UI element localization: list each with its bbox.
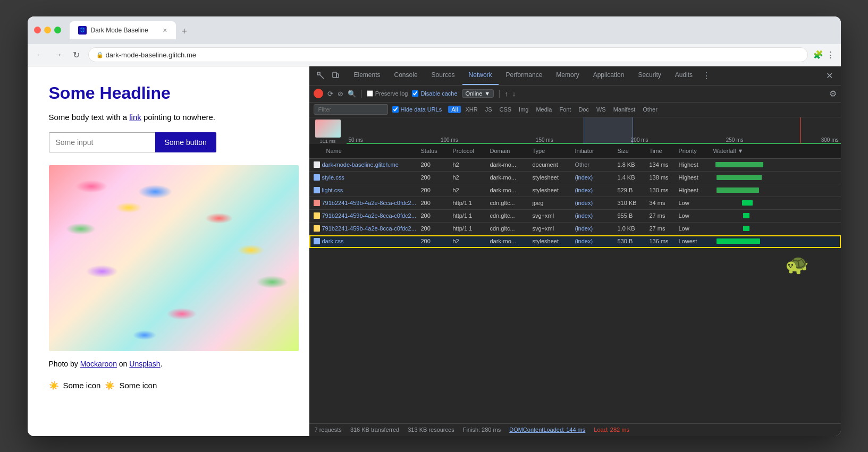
upload-icon[interactable]: ↑ xyxy=(504,90,508,98)
row-icon-7 xyxy=(314,238,320,244)
filter-all[interactable]: All xyxy=(448,106,461,113)
status-load: Load: 282 ms xyxy=(594,427,629,433)
settings-button[interactable]: ⚙ xyxy=(829,89,837,99)
photo-credit-mid: on xyxy=(117,360,129,368)
status-transferred: 316 KB transferred xyxy=(350,427,399,433)
toolbar-separator-2: | xyxy=(498,89,500,98)
tab-network[interactable]: Network xyxy=(462,66,499,86)
filter-media[interactable]: Media xyxy=(533,106,555,113)
row-initiator-1: Other xyxy=(575,161,618,168)
address-input[interactable]: 🔒 dark-mode-baseline.glitch.me xyxy=(88,47,808,62)
row-type-1: document xyxy=(533,161,575,168)
filter-other[interactable]: Other xyxy=(639,106,661,113)
filter-xhr[interactable]: XHR xyxy=(462,106,481,113)
inspect-element-button[interactable] xyxy=(314,69,327,82)
tab-application[interactable]: Application xyxy=(587,66,631,86)
clear-button[interactable]: ⟳ xyxy=(327,90,333,98)
table-row[interactable]: 791b2241-459b-4a2e-8cca-c0fdc2... 200 ht… xyxy=(309,210,841,223)
row-waterfall-6 xyxy=(713,226,841,231)
address-text: dark-mode-baseline.glitch.me xyxy=(106,51,197,59)
throttle-label: Online xyxy=(466,90,483,97)
hide-data-urls-checkbox[interactable] xyxy=(392,106,399,113)
lock-icon: 🔒 xyxy=(96,52,104,58)
some-button[interactable]: Some button xyxy=(155,132,216,152)
back-button[interactable]: ← xyxy=(34,48,47,61)
some-input[interactable] xyxy=(49,132,155,152)
col-header-initiator[interactable]: Initiator xyxy=(575,148,618,154)
svg-line-1 xyxy=(320,75,324,79)
photo-credit-author[interactable]: Mockaroon xyxy=(80,360,117,368)
tab-memory[interactable]: Memory xyxy=(550,66,585,86)
filter-input[interactable] xyxy=(314,104,388,115)
row-size-4: 310 KB xyxy=(618,200,650,206)
tab-audits[interactable]: Audits xyxy=(669,66,699,86)
filter-button[interactable]: ⊘ xyxy=(338,90,343,98)
photo-credit-prefix: Photo by xyxy=(49,360,80,368)
table-row[interactable]: 791b2241-459b-4a2e-8cca-c0fdc2... 200 ht… xyxy=(309,223,841,235)
photo-credit-site[interactable]: Unsplash xyxy=(129,360,160,368)
tab-close-button[interactable]: × xyxy=(163,26,167,35)
download-icon[interactable]: ↓ xyxy=(512,90,516,98)
disable-cache-checkbox[interactable] xyxy=(412,90,418,97)
new-tab-button[interactable]: + xyxy=(177,24,192,39)
record-button[interactable] xyxy=(314,89,323,98)
row-time-3: 130 ms xyxy=(650,187,679,193)
devtools-close-button[interactable]: ✕ xyxy=(823,69,837,82)
col-header-name[interactable]: Name xyxy=(309,148,421,154)
tab-performance[interactable]: Performance xyxy=(500,66,549,86)
preserve-log-label: Preserve log xyxy=(375,90,408,97)
close-traffic-light[interactable] xyxy=(34,27,41,33)
tab-bar: 🌐 Dark Mode Baseline × + xyxy=(70,21,835,39)
row-domain-6: cdn.gltc... xyxy=(490,225,533,232)
table-row[interactable]: dark-mode-baseline.glitch.me 200 h2 dark… xyxy=(309,159,841,172)
menu-icon[interactable]: ⋮ xyxy=(827,50,835,59)
col-header-priority[interactable]: Priority xyxy=(679,148,713,154)
sun-icon-2: ☀️ xyxy=(105,381,115,390)
minimize-traffic-light[interactable] xyxy=(44,27,51,33)
status-dom-content-loaded[interactable]: DOMContentLoaded: 144 ms xyxy=(509,427,585,433)
tab-security[interactable]: Security xyxy=(631,66,667,86)
table-row[interactable]: light.css 200 h2 dark-mo... stylesheet (… xyxy=(309,184,841,197)
filter-css[interactable]: CSS xyxy=(496,106,515,113)
search-button[interactable]: 🔍 xyxy=(348,90,356,98)
col-header-type[interactable]: Type xyxy=(533,148,575,154)
address-bar: ← → ↻ 🔒 dark-mode-baseline.glitch.me 🧩 ⋮ xyxy=(28,44,841,66)
refresh-button[interactable]: ↻ xyxy=(70,48,83,61)
row-name-3: light.css xyxy=(309,187,421,193)
hide-data-urls-label: Hide data URLs xyxy=(401,106,442,113)
tab-sources[interactable]: Sources xyxy=(425,66,461,86)
body-link[interactable]: link xyxy=(129,113,141,122)
throttle-select[interactable]: Online ▼ xyxy=(462,89,494,98)
row-domain-2: dark-mo... xyxy=(490,174,533,181)
col-header-domain[interactable]: Domain xyxy=(490,148,533,154)
waterfall-bar-6 xyxy=(743,226,749,231)
active-tab[interactable]: 🌐 Dark Mode Baseline × xyxy=(70,21,176,39)
row-size-3: 529 B xyxy=(618,187,650,193)
preserve-log-checkbox[interactable] xyxy=(367,90,373,97)
table-row[interactable]: dark.css 200 h2 dark-mo... stylesheet (i… xyxy=(309,235,841,248)
col-header-time[interactable]: Time xyxy=(650,148,679,154)
device-toggle-button[interactable] xyxy=(328,69,342,82)
col-header-status[interactable]: Status xyxy=(421,148,453,154)
filter-ws[interactable]: WS xyxy=(593,106,609,113)
filter-manifest[interactable]: Manifest xyxy=(610,106,639,113)
traffic-lights xyxy=(34,27,61,33)
row-status-4: 200 xyxy=(421,200,453,206)
devtools-more-tabs[interactable]: ⋮ xyxy=(702,71,711,81)
forward-button[interactable]: → xyxy=(52,48,65,61)
filter-font[interactable]: Font xyxy=(556,106,574,113)
filter-img[interactable]: Img xyxy=(516,106,532,113)
tab-console[interactable]: Console xyxy=(388,66,424,86)
filter-doc[interactable]: Doc xyxy=(575,106,592,113)
table-row[interactable]: 791b2241-459b-4a2e-8cca-c0fdc2... 200 ht… xyxy=(309,197,841,210)
col-header-size[interactable]: Size xyxy=(618,148,650,154)
maximize-traffic-light[interactable] xyxy=(54,27,61,33)
filter-js[interactable]: JS xyxy=(482,106,495,113)
col-header-waterfall[interactable]: Waterfall ▼ xyxy=(713,148,841,154)
extensions-icon[interactable]: 🧩 xyxy=(813,50,823,59)
svg-rect-0 xyxy=(317,72,320,75)
table-row[interactable]: style.css 200 h2 dark-mo... stylesheet (… xyxy=(309,172,841,184)
tab-elements[interactable]: Elements xyxy=(348,66,387,86)
col-header-protocol[interactable]: Protocol xyxy=(453,148,490,154)
filter-type-buttons: All XHR JS CSS Img Media Font Doc WS Man… xyxy=(448,106,661,113)
